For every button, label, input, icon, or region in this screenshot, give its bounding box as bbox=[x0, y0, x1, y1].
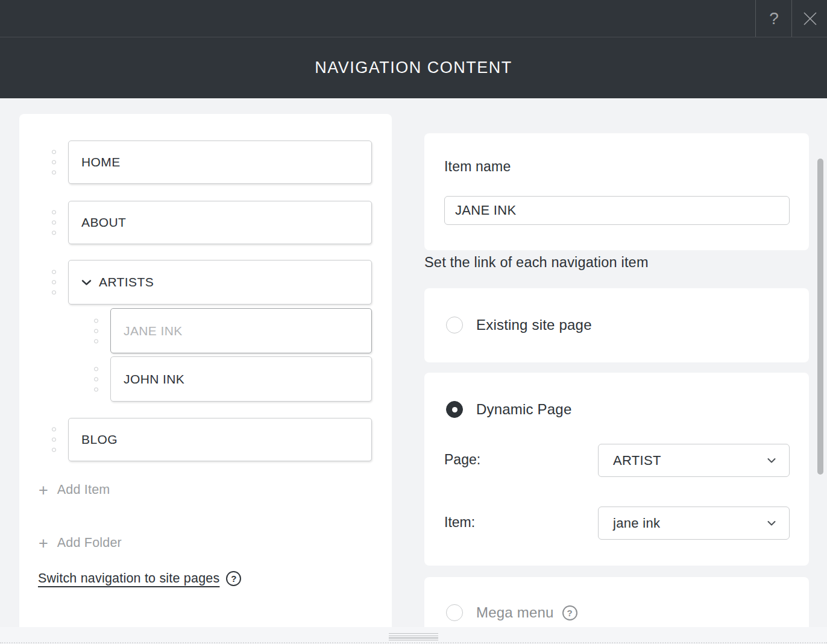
nav-item-home: HOME bbox=[68, 140, 372, 184]
mega-menu-option[interactable]: Mega menu ? bbox=[446, 604, 577, 621]
question-circle-icon[interactable]: ? bbox=[562, 605, 577, 620]
radio-unselected-icon[interactable] bbox=[446, 317, 463, 333]
nav-item-label: HOME bbox=[81, 155, 121, 169]
item-name-card: Item name bbox=[424, 133, 809, 250]
nav-item-jane-ink: JANE INK bbox=[110, 308, 372, 353]
chevron-down-icon[interactable] bbox=[81, 279, 92, 286]
add-folder-label: Add Folder bbox=[57, 535, 122, 551]
nav-item-artists: ARTISTS bbox=[68, 260, 372, 305]
question-glyph: ? bbox=[231, 573, 236, 584]
add-folder-button[interactable]: + Add Folder bbox=[39, 535, 122, 551]
dialog-header: NAVIGATION CONTENT bbox=[0, 37, 827, 98]
existing-site-page-card: Existing site page bbox=[424, 288, 809, 362]
question-circle-icon[interactable]: ? bbox=[226, 571, 241, 586]
nav-item-about-box[interactable]: ABOUT bbox=[68, 201, 372, 244]
item-name-input[interactable] bbox=[444, 196, 790, 225]
nav-item-john-ink-box[interactable]: JOHN INK bbox=[110, 356, 372, 402]
nav-item-label: BLOG bbox=[81, 432, 118, 447]
plus-icon: + bbox=[39, 537, 48, 549]
navigation-content-dialog: ? NAVIGATION CONTENT HOME ABOUT bbox=[0, 0, 827, 644]
dynamic-page-card: Dynamic Page Page: ARTIST Item: jane ink bbox=[424, 373, 809, 566]
dynamic-page-label: Dynamic Page bbox=[476, 401, 571, 418]
close-button[interactable] bbox=[791, 0, 827, 37]
bottom-resize-strip bbox=[0, 627, 827, 644]
add-item-button[interactable]: + Add Item bbox=[39, 482, 110, 497]
radio-selected-icon[interactable] bbox=[446, 401, 463, 418]
plus-icon: + bbox=[39, 484, 48, 496]
item-label: Item: bbox=[444, 514, 475, 531]
drag-handle-icon[interactable] bbox=[52, 147, 56, 178]
existing-site-page-option[interactable]: Existing site page bbox=[446, 317, 592, 333]
drag-handle-icon[interactable] bbox=[52, 267, 56, 298]
mega-menu-card: Mega menu ? bbox=[424, 577, 809, 627]
resize-grip-icon[interactable] bbox=[389, 633, 438, 641]
vertical-scrollbar-thumb[interactable] bbox=[817, 159, 823, 475]
nav-item-label: ABOUT bbox=[81, 215, 126, 230]
dialog-title: NAVIGATION CONTENT bbox=[315, 58, 512, 77]
nav-item-about: ABOUT bbox=[68, 201, 372, 244]
page-select-value: ARTIST bbox=[613, 453, 661, 469]
chevron-down-icon bbox=[767, 520, 776, 526]
question-glyph: ? bbox=[567, 608, 572, 618]
item-select[interactable]: jane ink bbox=[598, 507, 790, 540]
nav-item-label: JANE INK bbox=[124, 324, 183, 338]
link-caption: Set the link of each navigation item bbox=[424, 254, 649, 271]
drag-handle-icon[interactable] bbox=[94, 315, 98, 346]
chevron-down-icon bbox=[767, 458, 776, 463]
existing-site-page-label: Existing site page bbox=[476, 317, 592, 333]
drag-handle-icon[interactable] bbox=[52, 207, 56, 238]
mega-menu-label: Mega menu bbox=[476, 604, 554, 621]
switch-navigation-link[interactable]: Switch navigation to site pages bbox=[38, 571, 219, 586]
dialog-content: HOME ABOUT ARTISTS JANE INK bbox=[0, 98, 827, 627]
dotted-divider bbox=[0, 642, 827, 643]
help-button[interactable]: ? bbox=[755, 0, 792, 37]
item-select-value: jane ink bbox=[613, 516, 660, 531]
radio-unselected-icon[interactable] bbox=[446, 604, 463, 621]
drag-handle-icon[interactable] bbox=[94, 364, 98, 394]
page-select[interactable]: ARTIST bbox=[598, 444, 790, 477]
dynamic-page-option[interactable]: Dynamic Page bbox=[446, 401, 571, 418]
add-item-label: Add Item bbox=[57, 482, 110, 497]
titlebar: ? bbox=[0, 0, 827, 37]
nav-item-jane-ink-box[interactable]: JANE INK bbox=[110, 308, 372, 353]
switch-navigation-link-row: Switch navigation to site pages ? bbox=[38, 571, 241, 586]
item-name-label: Item name bbox=[444, 159, 511, 175]
nav-item-label: JOHN INK bbox=[124, 372, 184, 387]
nav-item-blog: BLOG bbox=[68, 418, 372, 461]
nav-item-home-box[interactable]: HOME bbox=[68, 140, 372, 184]
drag-handle-icon[interactable] bbox=[52, 425, 56, 455]
close-icon bbox=[802, 11, 818, 27]
help-icon: ? bbox=[769, 9, 779, 28]
page-label: Page: bbox=[444, 452, 480, 468]
nav-item-john-ink: JOHN INK bbox=[110, 356, 372, 402]
nav-item-label: ARTISTS bbox=[99, 275, 154, 289]
nav-item-blog-box[interactable]: BLOG bbox=[68, 418, 372, 461]
nav-item-artists-box[interactable]: ARTISTS bbox=[68, 260, 372, 305]
